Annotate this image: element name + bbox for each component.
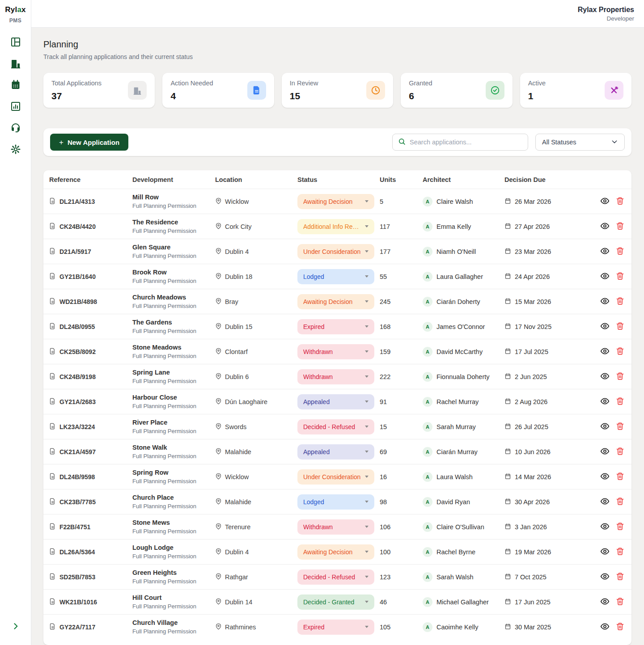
status-select[interactable]: Awaiting Decision [297,194,374,209]
status-select[interactable]: Withdrawn [297,519,374,535]
delete-button[interactable] [616,222,624,232]
view-button[interactable] [600,321,610,332]
location-cell: Rathmines [215,623,297,631]
view-button[interactable] [600,196,610,207]
view-button[interactable] [600,622,610,632]
col-architect: Architect [423,176,504,183]
units-cell: 46 [380,599,423,606]
trash-icon [616,447,624,457]
table-header: Reference Development Location Status Un… [43,170,631,189]
stat-text: Action Needed4 [170,80,213,101]
status-filter-select[interactable]: All Statuses [535,134,625,151]
status-select[interactable]: Decided - Refused [297,569,374,585]
status-select[interactable]: Withdrawn [297,344,374,359]
delete-button[interactable] [616,622,624,632]
reference-cell: CK23B/7785 [49,498,132,506]
status-select[interactable]: Withdrawn [297,369,374,384]
new-application-button[interactable]: + New Application [50,134,128,151]
delete-button[interactable] [616,272,624,282]
eye-icon [600,396,610,407]
sidebar-item-support[interactable] [10,123,21,135]
delete-button[interactable] [616,422,624,432]
stat-label: Active [528,80,546,87]
delete-button[interactable] [616,372,624,382]
view-button[interactable] [600,547,610,557]
view-button[interactable] [600,246,610,257]
caret-down-icon [365,601,369,603]
view-button[interactable] [600,472,610,482]
status-select[interactable]: Expired [297,319,374,334]
view-button[interactable] [600,422,610,432]
decision-due-cell: 26 Jul 2025 [504,423,598,431]
delete-button[interactable] [616,472,624,482]
delete-button[interactable] [616,197,624,207]
units-cell: 98 [380,498,423,506]
view-button[interactable] [600,572,610,582]
reference-cell: DL24B/9598 [49,473,132,481]
status-select[interactable]: Decided - Refused [297,419,374,434]
avatar: A [423,422,432,432]
delete-button[interactable] [616,597,624,607]
sidebar-item-settings[interactable] [10,144,21,156]
delete-button[interactable] [616,347,624,357]
sidebar-nav [10,37,21,156]
avatar: A [423,247,432,257]
calendar-small-icon [504,523,511,531]
status-select[interactable]: Under Consideration [297,244,374,259]
delete-button[interactable] [616,572,624,582]
stats-row: Total Applications37Action Needed4In Rev… [43,73,631,108]
map-pin-icon [215,523,222,531]
delete-button[interactable] [616,297,624,307]
status-select[interactable]: Additional Info Requested [297,219,374,234]
sidebar-item-dashboard[interactable] [10,37,21,49]
view-button[interactable] [600,271,610,282]
development-cell: Lough Lodge Full Planning Permission [132,544,215,560]
view-button[interactable] [600,497,610,507]
delete-button[interactable] [616,322,624,332]
status-cell: Decided - Refused [297,419,380,434]
view-button[interactable] [600,396,610,407]
status-cell: Decided - Granted [297,594,380,610]
file-icon [49,598,56,606]
stat-label: Granted [409,80,432,87]
avatar: A [423,597,432,607]
search-input[interactable] [410,139,522,146]
view-button[interactable] [600,597,610,607]
decision-due-cell: 15 Mar 2026 [504,298,598,306]
delete-button[interactable] [616,547,624,557]
page-content: Planning Track all planning applications… [31,28,644,645]
stat-value: 6 [409,91,432,101]
delete-button[interactable] [616,497,624,507]
stat-value: 1 [528,91,546,101]
status-select[interactable]: Appealed [297,444,374,460]
status-select[interactable]: Appealed [297,394,374,409]
status-select[interactable]: Under Consideration [297,469,374,485]
view-button[interactable] [600,522,610,532]
view-button[interactable] [600,346,610,357]
view-button[interactable] [600,296,610,307]
view-button[interactable] [600,221,610,232]
status-select[interactable]: Decided - Granted [297,594,374,610]
view-button[interactable] [600,371,610,382]
status-select[interactable]: Lodged [297,494,374,510]
sidebar-item-properties[interactable] [10,59,21,70]
search-box [392,134,528,151]
delete-button[interactable] [616,247,624,257]
delete-button[interactable] [616,397,624,407]
development-cell: The Residence Full Planning Permission [132,219,215,234]
sidebar-item-analytics[interactable] [10,101,21,113]
status-select[interactable]: Expired [297,620,374,635]
delete-button[interactable] [616,447,624,457]
sidebar-collapse-button[interactable] [11,622,20,632]
sidebar-item-calendar[interactable] [10,80,21,92]
status-select[interactable]: Awaiting Decision [297,294,374,309]
status-select[interactable]: Awaiting Decision [297,544,374,560]
map-pin-icon [215,273,222,281]
delete-button[interactable] [616,522,624,532]
view-button[interactable] [600,447,610,457]
status-select[interactable]: Lodged [297,269,374,284]
caret-down-icon [365,400,369,403]
map-pin-icon [215,398,222,406]
location-cell: Dublin 18 [215,273,297,281]
avatar: A [423,497,432,507]
